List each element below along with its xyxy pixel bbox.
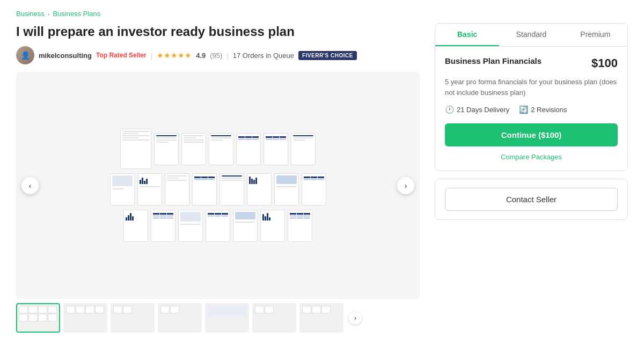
revisions-text: 2 Revisions [531,106,567,114]
delivery-text: 21 Days Delivery [457,106,509,114]
doc-thumb [178,210,203,242]
gallery-container: ‹ [16,72,420,299]
doc-thumb [123,210,148,242]
thumbnail-1[interactable] [16,303,60,333]
doc-thumb [120,129,151,169]
avatar-image: 👤 [16,46,34,64]
breadcrumb: Business › Business Plans [16,10,628,18]
doc-thumb [302,173,326,205]
clock-icon: 🕐 [445,105,454,114]
docs-row-2 [110,173,326,205]
doc-thumb [264,133,288,165]
doc-thumb [288,210,312,242]
thumbnail-4[interactable] [158,303,202,333]
fiverrschoice-badge: FIVERR'S CHOICE [298,51,357,60]
doc-thumb [206,210,230,242]
doc-thumb [260,210,285,242]
doc-thumb [247,173,272,205]
thumbnails-row: › [16,303,420,333]
rating-value: 4.9 [196,52,206,60]
gallery-main [16,72,420,299]
seller-name[interactable]: mikelconsulting [39,52,92,60]
thumbnail-5[interactable] [205,303,249,333]
doc-thumb [137,173,162,205]
package-price: $100 [591,56,618,70]
doc-thumb [291,133,316,165]
package-meta: 🕐 21 Days Delivery 🔄 2 Revisions [445,105,618,114]
package-tabs: Basic Standard Premium [435,24,627,47]
breadcrumb-business-plans[interactable]: Business Plans [53,10,100,18]
continue-button[interactable]: Continue ($100) [445,123,618,146]
thumbnails-next-button[interactable]: › [349,312,362,325]
gallery-next-button[interactable]: › [397,177,414,194]
docs-row-3 [123,210,312,242]
doc-thumb [154,133,179,165]
contact-seller-button[interactable]: Contact Seller [445,188,618,211]
package-card: Basic Standard Premium Business Plan Fin… [435,23,628,171]
breadcrumb-business[interactable]: Business [16,10,45,18]
tab-premium[interactable]: Premium [564,24,627,46]
gig-title: I will prepare an investor ready busines… [16,23,420,40]
doc-thumb [209,133,233,165]
doc-thumb [192,173,217,205]
right-column: Basic Standard Premium Business Plan Fin… [435,23,628,333]
doc-thumb [233,210,258,242]
package-body: Business Plan Financials $100 5 year pro… [435,47,627,171]
docs-row-1 [120,129,316,169]
top-rated-badge: Top Rated Seller [96,52,147,59]
revisions-meta: 🔄 2 Revisions [519,105,567,114]
refresh-icon: 🔄 [519,105,528,114]
review-count: (95) [210,52,222,60]
package-title: Business Plan Financials [445,56,541,65]
avatar: 👤 [16,46,34,64]
package-description: 5 year pro forma financials for your bus… [445,77,618,98]
gallery-prev-button[interactable]: ‹ [21,177,39,194]
orders-queue: 17 Orders in Queue [233,52,294,60]
thumbnail-2[interactable] [63,303,107,333]
contact-card: Contact Seller [435,179,628,220]
seller-row: 👤 mikelconsulting Top Rated Seller | ★★★… [16,46,420,64]
tab-standard[interactable]: Standard [499,24,563,46]
package-title-row: Business Plan Financials $100 [445,56,618,70]
doc-thumb [274,173,299,205]
tab-basic[interactable]: Basic [435,24,499,46]
thumbnail-3[interactable] [111,303,155,333]
doc-thumb [181,133,206,165]
breadcrumb-separator: › [48,11,50,17]
doc-thumb [151,210,175,242]
doc-thumb [110,173,135,205]
thumbnail-6[interactable] [252,303,296,333]
delivery-meta: 🕐 21 Days Delivery [445,105,509,114]
star-icons: ★★★★★ [157,51,192,60]
doc-thumb [165,173,189,205]
doc-thumb [219,173,244,205]
compare-packages-link[interactable]: Compare Packages [445,153,618,161]
thumbnail-7[interactable] [299,303,343,333]
doc-thumb [236,133,261,165]
